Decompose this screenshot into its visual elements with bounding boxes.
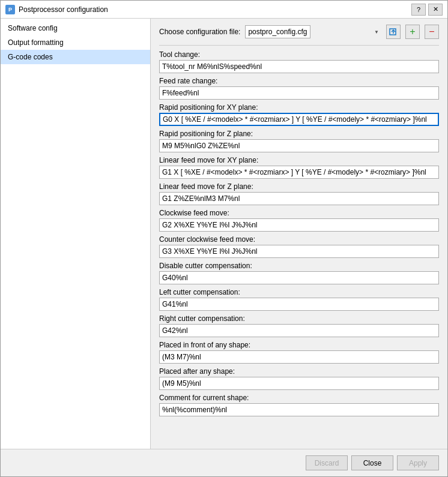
add-icon: + [410,27,415,37]
field-label-linear-z: Linear feed move for Z plane: [159,182,439,191]
field-input-tool-change[interactable] [159,60,439,73]
field-input-clockwise[interactable] [159,218,439,232]
field-input-rapid-xy[interactable] [159,113,439,126]
field-group-linear-z: Linear feed move for Z plane: [159,182,439,205]
field-group-rapid-xy: Rapid positioning for XY plane: [159,103,439,126]
field-label-placed-after: Placed after any shape: [159,367,439,376]
field-input-disable-cutter[interactable] [159,271,439,284]
field-group-placed-front: Placed in front of any shape: [159,341,439,364]
field-group-right-cutter: Right cutter compensation: [159,314,439,337]
config-file-select-wrapper: postpro_config.cfg [245,25,381,38]
field-input-linear-xy[interactable] [159,166,439,179]
field-label-disable-cutter: Disable cutter compensation: [159,262,439,270]
field-group-placed-after: Placed after any shape: [159,367,439,390]
field-input-counter-clockwise[interactable] [159,245,439,258]
remove-icon: − [429,27,434,37]
sidebar: Software config Output formatting G-code… [1,19,151,449]
title-bar-buttons: ? ✕ [411,4,443,16]
close-window-button[interactable]: ✕ [428,4,443,16]
field-input-placed-front[interactable] [159,350,439,364]
field-group-counter-clockwise: Counter clockwise feed move: [159,235,439,258]
field-group-clockwise: Clockwise feed move: [159,209,439,232]
field-input-left-cutter[interactable] [159,298,439,311]
field-label-rapid-xy: Rapid positioning for XY plane: [159,103,439,112]
window-title: Postprocessor configuration [19,5,411,14]
right-panel: Choose configuration file: postpro_confi… [151,19,447,449]
bottom-bar: Discard Close Apply [1,449,447,476]
main-content: Software config Output formatting G-code… [1,19,447,449]
window: P Postprocessor configuration ? ✕ Softwa… [0,0,448,477]
sidebar-label-output-formatting: Output formatting [8,38,64,47]
config-file-row: Choose configuration file: postpro_confi… [159,25,439,39]
export-icon [389,28,398,36]
config-file-label: Choose configuration file: [159,28,240,36]
window-icon: P [5,5,15,14]
field-label-feed-rate: Feed rate change: [159,77,439,85]
sidebar-item-software-config[interactable]: Software config [1,21,150,35]
field-group-linear-xy: Linear feed move for XY plane: [159,156,439,179]
field-label-counter-clockwise: Counter clockwise feed move: [159,235,439,244]
field-label-linear-xy: Linear feed move for XY plane: [159,156,439,164]
field-label-tool-change: Tool change: [159,50,439,59]
help-button[interactable]: ? [411,4,426,16]
field-label-comment-shape: Comment for current shape: [159,394,439,402]
field-group-disable-cutter: Disable cutter compensation: [159,262,439,284]
field-label-placed-front: Placed in front of any shape: [159,341,439,349]
title-bar: P Postprocessor configuration ? ✕ [1,1,447,19]
divider [159,45,439,46]
field-label-right-cutter: Right cutter compensation: [159,314,439,323]
field-label-left-cutter: Left cutter compensation: [159,288,439,296]
field-group-feed-rate: Feed rate change: [159,77,439,100]
apply-button[interactable]: Apply [397,455,439,470]
config-file-select[interactable]: postpro_config.cfg [245,25,310,38]
discard-button[interactable]: Discard [306,455,348,470]
field-group-tool-change: Tool change: [159,50,439,73]
field-input-comment-shape[interactable] [159,403,439,416]
field-label-rapid-z: Rapid positioning for Z plane: [159,130,439,138]
field-group-comment-shape: Comment for current shape: [159,394,439,416]
field-group-left-cutter: Left cutter compensation: [159,288,439,311]
close-button[interactable]: Close [351,455,393,470]
remove-config-button[interactable]: − [425,25,439,39]
field-group-rapid-z: Rapid positioning for Z plane: [159,130,439,152]
add-config-button[interactable]: + [405,25,420,39]
field-input-right-cutter[interactable] [159,324,439,337]
sidebar-label-software-config: Software config [8,24,58,32]
field-input-feed-rate[interactable] [159,86,439,100]
field-label-clockwise: Clockwise feed move: [159,209,439,217]
export-config-button[interactable] [386,25,401,39]
field-input-linear-z[interactable] [159,192,439,205]
sidebar-item-gcode-codes[interactable]: G-code codes [1,50,150,64]
field-input-rapid-z[interactable] [159,139,439,152]
sidebar-item-output-formatting[interactable]: Output formatting [1,35,150,50]
field-input-placed-after[interactable] [159,377,439,390]
sidebar-label-gcode-codes: G-code codes [8,53,53,61]
